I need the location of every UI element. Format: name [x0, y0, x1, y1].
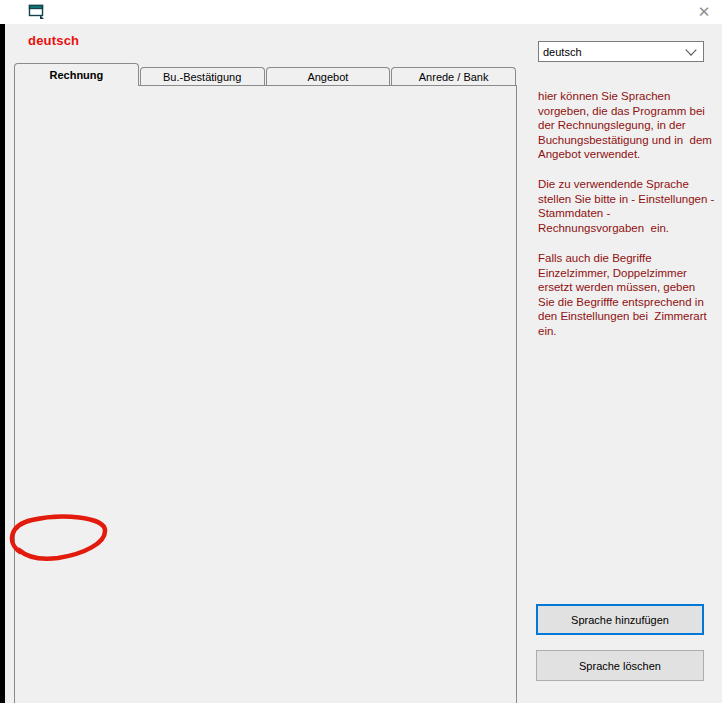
title-bar — [0, 0, 722, 24]
tab-bar: Rechnung Bu.-Bestätigung Angebot Anrede … — [14, 63, 517, 86]
info-paragraph-1: hier können Sie Sprachen vorgeben, die d… — [538, 89, 716, 162]
tab-anrede-bank[interactable]: Anrede / Bank — [391, 67, 516, 86]
language-select[interactable]: deutsch — [538, 41, 704, 62]
tab-rechnung[interactable]: Rechnung — [14, 63, 139, 86]
red-circle-annotation-icon — [4, 511, 112, 563]
chevron-down-icon — [685, 44, 696, 55]
tab-angebot[interactable]: Angebot — [266, 67, 391, 86]
info-paragraph-3: Falls auch die Begriffe Einzelzimmer, Do… — [538, 251, 716, 339]
tab-bu-bestaetigung[interactable]: Bu.-Bestätigung — [140, 67, 265, 86]
window-edge — [0, 24, 5, 703]
language-select-value: deutsch — [543, 46, 582, 58]
language-heading: deutsch — [28, 33, 79, 48]
close-icon[interactable]: ✕ — [693, 3, 715, 21]
add-language-button[interactable]: Sprache hinzufügen — [536, 604, 704, 635]
delete-language-button[interactable]: Sprache löschen — [536, 650, 704, 681]
tab-panel — [14, 85, 517, 703]
form-icon — [28, 4, 47, 21]
info-paragraph-2: Die zu verwendende Sprache stellen Sie b… — [538, 177, 716, 235]
